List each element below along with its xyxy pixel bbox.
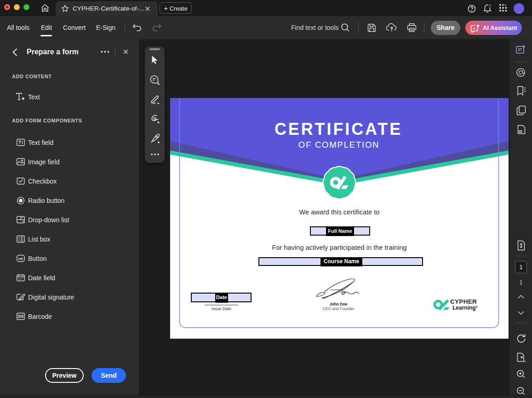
svg-text:OK: OK <box>18 257 23 261</box>
